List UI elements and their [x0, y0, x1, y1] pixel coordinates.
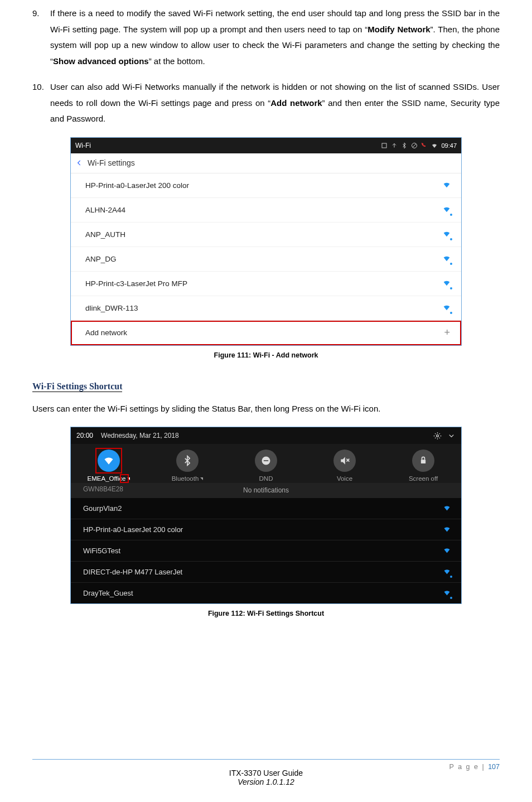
wifi-signal-icon — [443, 504, 451, 514]
highlight-box — [95, 448, 122, 474]
wifi-network-row[interactable]: HP-Print-a0-LaserJet 200 color — [71, 519, 461, 540]
ssid-label: ANP_DG — [85, 255, 117, 263]
list-body: User can also add Wi-Fi Networks manuall… — [50, 79, 500, 127]
list-item-9: 9. If there is a need to modify the save… — [32, 6, 500, 69]
bold-text: Show advanced options — [53, 56, 149, 66]
list-body: If there is a need to modify the saved W… — [50, 6, 500, 69]
wifi-network-row[interactable]: ANP_DG — [71, 247, 461, 272]
qs-bluetooth[interactable]: Bluetooth — [157, 450, 217, 482]
wifi-network-row[interactable]: ALHN-2A44 — [71, 198, 461, 223]
ssid-label: GourpVlan2 — [83, 504, 122, 513]
section-heading-wifi-shortcut: Wi-Fi Settings Shortcut — [32, 381, 122, 392]
wifi-signal-icon — [442, 180, 451, 191]
screen-title: Wi-Fi — [75, 142, 381, 149]
ssid-label: dlink_DWR-113 — [85, 304, 138, 312]
wifi-network-row[interactable]: HP-Print-c3-LaserJet Pro MFP — [71, 272, 461, 296]
qs-voice[interactable]: Voice — [315, 450, 375, 482]
qs-voice-label: Voice — [337, 475, 352, 482]
clock-text: 09:47 — [441, 142, 457, 149]
qs-screen-label: Screen off — [409, 475, 438, 482]
no-notifications-label: No notifications — [243, 486, 289, 494]
gear-icon[interactable] — [433, 432, 442, 440]
wifi-screen-topbar: Wi-Fi 09:47 — [71, 138, 461, 153]
plus-icon: + — [444, 327, 450, 339]
back-icon[interactable] — [75, 159, 83, 167]
ssid-label: DrayTek_Guest — [83, 589, 133, 597]
wifi-network-row[interactable]: HP-Print-a0-LaserJet 200 color — [71, 173, 461, 198]
wifi-signal-icon — [443, 525, 451, 535]
svg-rect-4 — [264, 460, 268, 461]
dnd-icon — [411, 142, 418, 149]
upload-icon — [391, 142, 398, 149]
wifi-signal-secure-icon — [443, 567, 451, 577]
voice-toggle-icon[interactable] — [333, 450, 356, 472]
wifi-network-row[interactable]: dlink_DWR-113 — [71, 296, 461, 321]
highlight-box-small — [120, 474, 129, 483]
bold-text: Modify Network — [367, 25, 430, 34]
list-item-10: 10. User can also add Wi-Fi Networks man… — [32, 79, 500, 127]
qs-bluetooth-label: Bluetooth — [172, 475, 199, 482]
svg-rect-7 — [421, 460, 425, 463]
figure-caption: Figure 112: Wi-Fi Settings Shortcut — [32, 610, 500, 617]
quick-settings: EMEA_Office Bluetooth DND Voice Screen o… — [71, 444, 461, 483]
screen-off-toggle-icon[interactable] — [412, 450, 434, 472]
figure-112: 20:00 Wednesday, Mar 21, 2018 EMEA_Offic… — [32, 427, 500, 617]
screenshot-icon — [381, 142, 388, 149]
wifi-signal-secure-icon — [442, 229, 451, 240]
status-time: 20:00 — [76, 432, 93, 439]
footer-version: Version 1.0.1.12 — [0, 777, 532, 786]
add-network-label: Add network — [85, 328, 127, 337]
wifi-network-row[interactable]: ANP_AUTH — [71, 223, 461, 247]
add-network-row[interactable]: Add network + — [71, 321, 461, 345]
svg-point-2 — [437, 434, 439, 437]
list-number: 9. — [32, 6, 50, 69]
wifi-signal-secure-icon — [442, 254, 451, 264]
status-date: Wednesday, Mar 21, 2018 — [101, 432, 179, 439]
qs-dnd[interactable]: DND — [236, 450, 296, 482]
ssid-label: HP-Print-a0-LaserJet 200 color — [85, 181, 189, 190]
chevron-down-icon[interactable] — [447, 432, 456, 440]
ssid-label: ANP_AUTH — [85, 230, 125, 239]
bluetooth-toggle-icon[interactable] — [176, 450, 199, 472]
qs-dnd-label: DND — [259, 475, 273, 482]
figure-111: Wi-Fi 09:47 Wi-Fi settings HP-Print-a0-L… — [32, 137, 500, 359]
wifi-network-row[interactable]: GourpVlan2 — [71, 497, 461, 519]
bold-text: Add network — [270, 98, 322, 108]
ssid-label: DIRECT-de-HP M477 LaserJet — [83, 568, 182, 576]
svg-rect-0 — [382, 143, 386, 148]
footer-center: ITX-3370 User Guide Version 1.0.1.12 — [0, 769, 532, 786]
wifi-network-row[interactable]: DrayTek_Guest — [71, 582, 461, 603]
wifi-list: GourpVlan2 HP-Print-a0-LaserJet 200 colo… — [71, 497, 461, 603]
ssid-label: ALHN-2A44 — [85, 206, 125, 214]
qs-screen-off[interactable]: Screen off — [393, 450, 453, 482]
bluetooth-icon — [401, 142, 408, 149]
figure-caption: Figure 111: Wi-Fi - Add network — [32, 351, 500, 359]
wifi-network-row[interactable]: WiFi5GTest — [71, 540, 461, 561]
footer-divider — [32, 759, 500, 760]
expand-indicator-icon — [200, 477, 203, 480]
wifi-settings-header[interactable]: Wi-Fi settings — [71, 153, 461, 173]
missed-call-icon — [421, 142, 428, 149]
wifi-signal-secure-icon — [443, 588, 451, 598]
wifi-network-row[interactable]: DIRECT-de-HP M477 LaserJet — [71, 561, 461, 582]
wifi-signal-secure-icon — [442, 303, 451, 313]
list-number: 10. — [32, 79, 50, 127]
wifi-signal-secure-icon — [442, 205, 451, 215]
background-ssid: GWN8B4E28 — [83, 485, 123, 493]
status-bar: 20:00 Wednesday, Mar 21, 2018 — [71, 427, 461, 444]
footer-guide-title: ITX-3370 User Guide — [0, 769, 532, 777]
ssid-label: HP-Print-c3-LaserJet Pro MFP — [85, 279, 187, 288]
shortcut-paragraph: Users can enter the Wi-Fi settings by sl… — [32, 401, 500, 417]
ssid-label: WiFi5GTest — [83, 547, 120, 555]
header-label: Wi-Fi settings — [88, 158, 135, 167]
wifi-signal-icon — [443, 546, 451, 556]
text: ” at the bottom. — [149, 56, 205, 66]
status-icons: 09:47 — [381, 142, 457, 149]
qs-wifi[interactable]: EMEA_Office — [79, 450, 139, 482]
notification-area: GWN8B4E28 No notifications — [71, 483, 461, 497]
dnd-toggle-icon[interactable] — [255, 450, 277, 472]
wifi-icon — [431, 142, 438, 149]
wifi-signal-secure-icon — [442, 278, 451, 289]
ssid-label: HP-Print-a0-LaserJet 200 color — [83, 525, 183, 534]
